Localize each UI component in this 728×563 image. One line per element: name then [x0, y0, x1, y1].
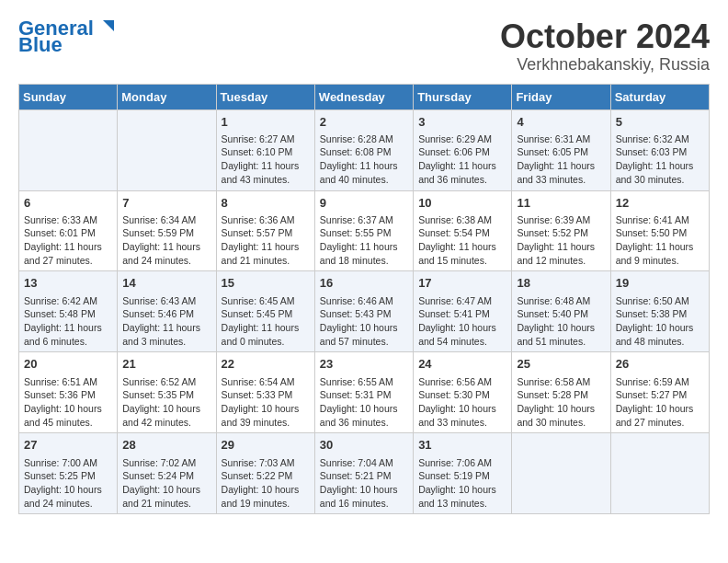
day-info: Sunrise: 6:34 AM Sunset: 5:59 PM Dayligh…	[122, 213, 210, 268]
calendar-day-cell: 19Sunrise: 6:50 AM Sunset: 5:38 PM Dayli…	[610, 271, 709, 352]
calendar-day-cell	[118, 109, 216, 190]
day-number: 31	[418, 437, 506, 454]
day-info: Sunrise: 7:02 AM Sunset: 5:24 PM Dayligh…	[122, 456, 210, 511]
calendar-day-cell: 28Sunrise: 7:02 AM Sunset: 5:24 PM Dayli…	[118, 433, 216, 514]
day-info: Sunrise: 6:32 AM Sunset: 6:03 PM Dayligh…	[616, 132, 704, 187]
calendar-day-cell: 25Sunrise: 6:58 AM Sunset: 5:28 PM Dayli…	[512, 352, 610, 433]
day-number: 22	[222, 356, 310, 373]
calendar-day-cell: 20Sunrise: 6:51 AM Sunset: 5:36 PM Dayli…	[19, 352, 118, 433]
day-number: 19	[616, 275, 704, 292]
calendar-day-cell: 27Sunrise: 7:00 AM Sunset: 5:25 PM Dayli…	[19, 433, 118, 514]
calendar-day-cell: 3Sunrise: 6:29 AM Sunset: 6:06 PM Daylig…	[414, 109, 512, 190]
day-number: 16	[320, 275, 408, 292]
day-info: Sunrise: 6:47 AM Sunset: 5:41 PM Dayligh…	[418, 294, 506, 349]
day-info: Sunrise: 6:56 AM Sunset: 5:30 PM Dayligh…	[418, 375, 506, 430]
calendar-day-cell	[610, 433, 709, 514]
calendar-day-cell: 13Sunrise: 6:42 AM Sunset: 5:48 PM Dayli…	[19, 271, 118, 352]
day-number: 8	[222, 195, 310, 212]
day-info: Sunrise: 6:59 AM Sunset: 5:27 PM Dayligh…	[616, 375, 704, 430]
day-info: Sunrise: 6:31 AM Sunset: 6:05 PM Dayligh…	[517, 132, 605, 187]
day-info: Sunrise: 6:27 AM Sunset: 6:10 PM Dayligh…	[222, 132, 310, 187]
day-number: 14	[122, 275, 210, 292]
calendar-day-cell: 30Sunrise: 7:04 AM Sunset: 5:21 PM Dayli…	[314, 433, 413, 514]
calendar-week-row: 20Sunrise: 6:51 AM Sunset: 5:36 PM Dayli…	[19, 352, 710, 433]
day-info: Sunrise: 6:29 AM Sunset: 6:06 PM Dayligh…	[418, 132, 506, 187]
day-number: 17	[418, 275, 506, 292]
calendar-day-cell: 10Sunrise: 6:38 AM Sunset: 5:54 PM Dayli…	[414, 190, 512, 271]
calendar-day-cell: 8Sunrise: 6:36 AM Sunset: 5:57 PM Daylig…	[216, 190, 314, 271]
day-number: 18	[517, 275, 605, 292]
day-info: Sunrise: 6:36 AM Sunset: 5:57 PM Dayligh…	[222, 213, 310, 268]
col-saturday: Saturday	[610, 84, 709, 109]
day-info: Sunrise: 6:37 AM Sunset: 5:55 PM Dayligh…	[320, 213, 408, 268]
calendar-table: Sunday Monday Tuesday Wednesday Thursday…	[18, 84, 710, 515]
calendar-day-cell: 21Sunrise: 6:52 AM Sunset: 5:35 PM Dayli…	[118, 352, 216, 433]
day-number: 29	[222, 437, 310, 454]
calendar-header-row: Sunday Monday Tuesday Wednesday Thursday…	[19, 84, 710, 109]
calendar-day-cell: 6Sunrise: 6:33 AM Sunset: 6:01 PM Daylig…	[19, 190, 118, 271]
calendar-week-row: 13Sunrise: 6:42 AM Sunset: 5:48 PM Dayli…	[19, 271, 710, 352]
day-number: 13	[24, 275, 112, 292]
day-info: Sunrise: 6:41 AM Sunset: 5:50 PM Dayligh…	[616, 213, 704, 268]
logo-text-blue: Blue	[18, 35, 63, 55]
day-number: 2	[320, 114, 408, 131]
logo: General Blue	[18, 18, 116, 55]
day-number: 15	[222, 275, 310, 292]
day-info: Sunrise: 6:55 AM Sunset: 5:31 PM Dayligh…	[320, 375, 408, 430]
day-info: Sunrise: 7:04 AM Sunset: 5:21 PM Dayligh…	[320, 456, 408, 511]
day-number: 28	[122, 437, 210, 454]
day-info: Sunrise: 7:00 AM Sunset: 5:25 PM Dayligh…	[24, 456, 112, 511]
day-info: Sunrise: 6:42 AM Sunset: 5:48 PM Dayligh…	[24, 294, 112, 349]
day-info: Sunrise: 6:38 AM Sunset: 5:54 PM Dayligh…	[418, 213, 506, 268]
calendar-day-cell: 11Sunrise: 6:39 AM Sunset: 5:52 PM Dayli…	[512, 190, 610, 271]
calendar-day-cell: 26Sunrise: 6:59 AM Sunset: 5:27 PM Dayli…	[610, 352, 709, 433]
day-info: Sunrise: 7:03 AM Sunset: 5:22 PM Dayligh…	[222, 456, 310, 511]
logo-icon	[96, 17, 116, 37]
calendar-day-cell: 15Sunrise: 6:45 AM Sunset: 5:45 PM Dayli…	[216, 271, 314, 352]
day-info: Sunrise: 6:43 AM Sunset: 5:46 PM Dayligh…	[122, 294, 210, 349]
day-info: Sunrise: 6:50 AM Sunset: 5:38 PM Dayligh…	[616, 294, 704, 349]
col-monday: Monday	[118, 84, 216, 109]
day-number: 9	[320, 195, 408, 212]
day-number: 4	[517, 114, 605, 131]
calendar-day-cell: 14Sunrise: 6:43 AM Sunset: 5:46 PM Dayli…	[118, 271, 216, 352]
calendar-day-cell: 18Sunrise: 6:48 AM Sunset: 5:40 PM Dayli…	[512, 271, 610, 352]
day-number: 5	[616, 114, 704, 131]
calendar-day-cell: 31Sunrise: 7:06 AM Sunset: 5:19 PM Dayli…	[414, 433, 512, 514]
day-number: 10	[418, 195, 506, 212]
svg-marker-0	[103, 20, 114, 31]
day-number: 21	[122, 356, 210, 373]
day-info: Sunrise: 6:45 AM Sunset: 5:45 PM Dayligh…	[222, 294, 310, 349]
calendar-week-row: 6Sunrise: 6:33 AM Sunset: 6:01 PM Daylig…	[19, 190, 710, 271]
title-block: October 2024 Verkhnebakanskiy, Russia	[500, 18, 710, 75]
col-tuesday: Tuesday	[216, 84, 314, 109]
calendar-day-cell: 17Sunrise: 6:47 AM Sunset: 5:41 PM Dayli…	[414, 271, 512, 352]
page-subtitle: Verkhnebakanskiy, Russia	[500, 55, 710, 75]
calendar-day-cell: 2Sunrise: 6:28 AM Sunset: 6:08 PM Daylig…	[314, 109, 413, 190]
day-info: Sunrise: 6:28 AM Sunset: 6:08 PM Dayligh…	[320, 132, 408, 187]
day-info: Sunrise: 6:46 AM Sunset: 5:43 PM Dayligh…	[320, 294, 408, 349]
calendar-day-cell: 1Sunrise: 6:27 AM Sunset: 6:10 PM Daylig…	[216, 109, 314, 190]
day-info: Sunrise: 6:39 AM Sunset: 5:52 PM Dayligh…	[517, 213, 605, 268]
day-number: 20	[24, 356, 112, 373]
calendar-day-cell	[512, 433, 610, 514]
day-number: 30	[320, 437, 408, 454]
col-thursday: Thursday	[414, 84, 512, 109]
calendar-day-cell: 12Sunrise: 6:41 AM Sunset: 5:50 PM Dayli…	[610, 190, 709, 271]
calendar-day-cell: 9Sunrise: 6:37 AM Sunset: 5:55 PM Daylig…	[314, 190, 413, 271]
day-number: 23	[320, 356, 408, 373]
calendar-week-row: 27Sunrise: 7:00 AM Sunset: 5:25 PM Dayli…	[19, 433, 710, 514]
day-number: 6	[24, 195, 112, 212]
calendar-day-cell: 16Sunrise: 6:46 AM Sunset: 5:43 PM Dayli…	[314, 271, 413, 352]
day-number: 25	[517, 356, 605, 373]
calendar-day-cell	[19, 109, 118, 190]
page-header: General Blue October 2024 Verkhnebakansk…	[18, 18, 710, 75]
day-info: Sunrise: 7:06 AM Sunset: 5:19 PM Dayligh…	[418, 456, 506, 511]
calendar-day-cell: 22Sunrise: 6:54 AM Sunset: 5:33 PM Dayli…	[216, 352, 314, 433]
page-title: October 2024	[500, 18, 710, 55]
calendar-day-cell: 5Sunrise: 6:32 AM Sunset: 6:03 PM Daylig…	[610, 109, 709, 190]
col-friday: Friday	[512, 84, 610, 109]
day-info: Sunrise: 6:54 AM Sunset: 5:33 PM Dayligh…	[222, 375, 310, 430]
calendar-day-cell: 4Sunrise: 6:31 AM Sunset: 6:05 PM Daylig…	[512, 109, 610, 190]
day-info: Sunrise: 6:33 AM Sunset: 6:01 PM Dayligh…	[24, 213, 112, 268]
